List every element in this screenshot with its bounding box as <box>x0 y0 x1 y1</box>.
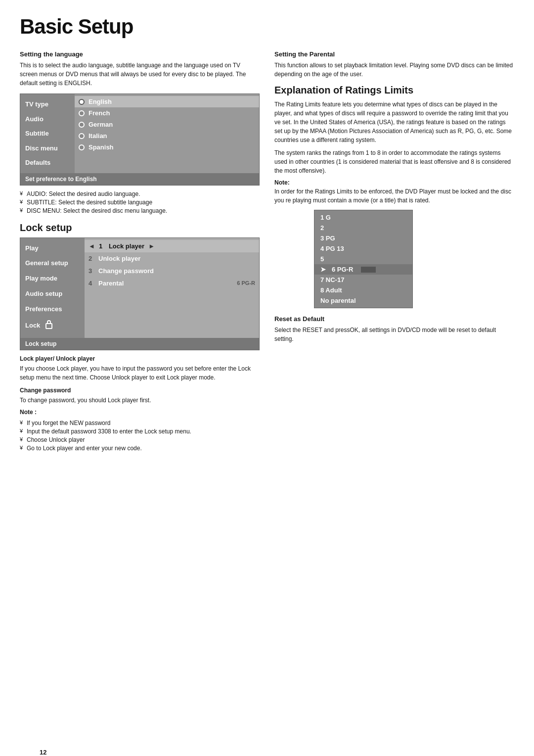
rating-num-1: 1 G <box>320 214 331 221</box>
audio-label: Audio <box>25 112 70 127</box>
french-option[interactable]: French <box>75 107 259 119</box>
english-option[interactable]: English <box>75 96 259 107</box>
parental-section: Setting the Parental This function allow… <box>274 50 514 79</box>
lock-setup-heading: Lock setup <box>20 222 260 234</box>
change-password-label: Change password <box>98 267 154 275</box>
parental-option[interactable]: 4 Parental 6 PG-R <box>85 277 259 289</box>
note-bullet-2: Choose Unlock player <box>20 436 260 443</box>
no-parental-label: No parental <box>320 297 356 304</box>
rating-8adult: 8 Adult <box>314 285 412 295</box>
lock-footer: Lock setup <box>20 338 259 350</box>
play-mode-label: Play mode <box>25 271 80 286</box>
lock-player-option[interactable]: ◄ 1 Lock player ► <box>85 240 259 252</box>
opt-num-4: 4 <box>89 280 95 287</box>
rating-num-6: 6 PG-R <box>332 266 353 273</box>
rating-num-2: 2 <box>320 224 324 232</box>
ratings-note-text: In order for the Ratings Limits to be en… <box>274 187 514 205</box>
note-bullets: If you forget the NEW password Input the… <box>20 420 260 452</box>
change-password-text: To change password, you should Lock play… <box>20 396 260 405</box>
ratings-panel: 1 G 2 3 PG 4 PG 13 5 ➤ <box>314 210 413 308</box>
left-column: Setting the language This is to select t… <box>20 50 260 460</box>
parental-heading: Setting the Parental <box>274 50 514 58</box>
lock-player-text: If you choose Lock player, you have to i… <box>20 364 260 382</box>
rating-num-8: 8 Adult <box>320 286 342 294</box>
italian-label: Italian <box>89 132 107 140</box>
language-heading: Setting the language <box>20 50 260 58</box>
parental-label: Parental <box>98 280 124 287</box>
arrow-left-icon: ◄ <box>89 242 95 250</box>
lock-panel: Play General setup Play mode Audio setup… <box>20 237 260 351</box>
italian-option[interactable]: Italian <box>75 130 259 142</box>
reset-description: Select the RESET and pressOK, all settin… <box>274 326 514 343</box>
reset-section: Reset as Default Select the RESET and pr… <box>274 315 514 343</box>
lock-icon <box>44 319 53 332</box>
rating-3pg: 3 PG <box>314 233 412 243</box>
rating-2: 2 <box>314 223 412 233</box>
rating-num-4: 4 PG 13 <box>320 245 344 252</box>
spanish-radio <box>79 144 85 150</box>
german-option[interactable]: German <box>75 119 259 130</box>
play-label: Play <box>25 241 80 256</box>
opt-num-2: 2 <box>89 255 95 262</box>
rating-1g: 1 G <box>314 212 412 223</box>
explanation-para-0: The Rating Limits feature lets you deter… <box>274 100 514 144</box>
spanish-option[interactable]: Spanish <box>75 142 259 153</box>
german-radio <box>79 122 85 128</box>
disc-menu-label: Disc menu <box>25 141 70 156</box>
subtitle-label: Subtitle <box>25 126 70 141</box>
rating-7nc17: 7 NC-17 <box>314 275 412 285</box>
lock-section: Lock setup Play General setup Play mode … <box>20 222 260 452</box>
right-column: Setting the Parental This function allow… <box>274 50 514 460</box>
svg-rect-0 <box>46 324 52 329</box>
language-options: English French German <box>75 94 259 173</box>
pg-badge: 6 PG-R <box>237 280 255 286</box>
note-label: Note : <box>20 409 260 416</box>
reset-heading: Reset as Default <box>274 315 514 323</box>
note-bullet-3: Go to Lock player and enter your new cod… <box>20 445 260 452</box>
note-bullet-1: Input the default password 3308 to enter… <box>20 428 260 435</box>
unlock-player-option[interactable]: 2 Unlock player <box>85 252 259 265</box>
explanation-para-1: The system ranks the ratings from 1 to 8… <box>274 148 514 175</box>
lock-label: Lock <box>25 317 80 335</box>
change-password-heading: Change password <box>20 387 260 394</box>
bullet-disc-menu: DISC MENU: Select the desired disc menu … <box>20 207 260 214</box>
page-title: Basic Setup <box>20 15 514 39</box>
lock-labels: Play General setup Play mode Audio setup… <box>20 238 85 338</box>
language-section: Setting the language This is to select t… <box>20 50 260 214</box>
opt-num-1: 1 <box>99 242 106 250</box>
change-password-option[interactable]: 3 Change password <box>85 265 259 277</box>
french-label: French <box>89 109 110 117</box>
german-label: German <box>89 121 113 128</box>
italian-radio <box>79 133 85 139</box>
unlock-player-label: Unlock player <box>98 255 140 262</box>
arrow-right-icon: ► <box>148 242 155 250</box>
language-description: This is to select the audio language, su… <box>20 61 260 88</box>
rating-num-7: 7 NC-17 <box>320 276 344 284</box>
lock-text: Lock <box>25 321 40 331</box>
general-setup-label: General setup <box>25 256 80 271</box>
explanation-heading: Explanation of Ratings Limits <box>274 85 514 96</box>
lock-player-heading: Lock player/ Unlock player <box>20 355 260 362</box>
rating-num-5: 5 <box>320 255 324 263</box>
explanation-section: Explanation of Ratings Limits The Rating… <box>274 85 514 308</box>
language-bullets: AUDIO: Select the desired audio language… <box>20 190 260 214</box>
lock-options: ◄ 1 Lock player ► 2 Unlock player <box>85 238 259 338</box>
parental-description: This function allows to set playback lim… <box>274 61 514 79</box>
rating-bar <box>361 267 376 273</box>
english-radio <box>79 99 85 105</box>
rating-no-parental: No parental <box>314 295 412 306</box>
lock-player-label: Lock player <box>109 242 144 250</box>
defaults-label: Defaults <box>25 155 70 170</box>
language-footer: Set preference to English <box>20 173 259 185</box>
rating-6pgr: ➤ 6 PG-R <box>314 264 412 275</box>
language-panel: TV type Audio Subtitle Disc menu Default… <box>20 94 260 186</box>
arrow-icon: ➤ <box>320 266 326 273</box>
ratings-note-label: Note: <box>274 179 514 186</box>
rating-4pg13: 4 PG 13 <box>314 243 412 254</box>
spanish-label: Spanish <box>89 143 114 151</box>
preferences-label: Preferences <box>25 302 80 317</box>
bullet-subtitle: SUBTITLE: Select the desired subtitle la… <box>20 199 260 206</box>
rating-5: 5 <box>314 254 412 264</box>
page-number: 12 <box>40 749 46 756</box>
note-bullet-0: If you forget the NEW password <box>20 420 260 426</box>
